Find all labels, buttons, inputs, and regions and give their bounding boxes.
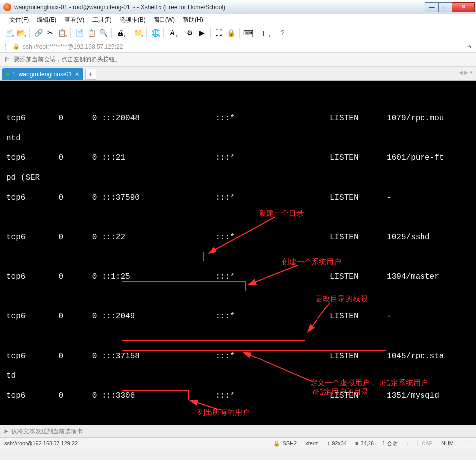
find-button[interactable]: 🔍	[98, 27, 108, 38]
session-tab[interactable]: 1 wangruifenglinux-01 ✕	[2, 68, 83, 80]
status-bar: ssh://root@192.168.57.129:22 🔒SSH2 xterm…	[0, 438, 476, 449]
highlight-box	[122, 281, 246, 291]
window-controls: — □ ✕	[425, 2, 475, 12]
menu-edit[interactable]: 编辑(E)	[33, 14, 60, 26]
status-protocol: 🔒SSH2	[269, 440, 301, 447]
properties-button[interactable]: 📋	[56, 27, 67, 38]
window-titlebar: wangruifenglinux-01 - root@wangruifeng-0…	[0, 0, 476, 14]
window-title: wangruifenglinux-01 - root@wangruifeng-0…	[14, 4, 425, 11]
terminal-line: td	[6, 371, 474, 381]
terminal-line	[6, 410, 474, 420]
run-button[interactable]: ▶	[196, 27, 207, 38]
keyboard-button[interactable]: ⌨	[243, 27, 254, 38]
tab-list-button[interactable]: ▾	[470, 69, 473, 76]
address-bar: ⋮ 🔒 ssh://root:********@192.168.57.129:2…	[0, 40, 476, 53]
status-connection: ssh://root@192.168.57.129:22	[4, 440, 269, 446]
menu-tools[interactable]: 工具(T)	[88, 14, 115, 26]
toolbar-separator	[163, 28, 164, 38]
hint-text: 要添加当前会话，点击左侧的箭头按钮。	[14, 55, 121, 64]
hint-bar: 🏳 要添加当前会话，点击左侧的箭头按钮。	[0, 53, 476, 67]
menubar: 文件(F) 编辑(E) 查看(V) 工具(T) 选项卡(B) 窗口(W) 帮助(…	[0, 14, 476, 25]
terminal-line: tcp6 0 0 :::37158 :::* LISTEN 1045/rpc.s…	[6, 351, 474, 361]
fullscreen-button[interactable]: ⛶	[213, 27, 224, 38]
toolbar-separator	[111, 28, 112, 38]
transfer-button[interactable]: 📁	[132, 27, 143, 38]
disconnect-button[interactable]: ✂	[45, 27, 55, 38]
terminal-line: ntd	[6, 133, 474, 143]
reconnect-button[interactable]: 🔗	[33, 27, 44, 38]
svg-line-4	[190, 400, 221, 410]
status-cap: CAP	[417, 440, 437, 446]
terminal-line: tcp6 0 0 :::22 :::* LISTEN 1025/sshd	[6, 232, 474, 242]
terminal-line	[6, 292, 474, 302]
status-dot-icon	[6, 73, 9, 76]
menu-view[interactable]: 查看(V)	[60, 14, 88, 26]
tab-next-button[interactable]: ▶	[464, 69, 468, 76]
resize-grip-icon[interactable]: ⋰	[458, 440, 472, 447]
tab-close-button[interactable]: ✕	[75, 71, 79, 78]
toolbar-separator	[210, 28, 211, 38]
paste-button[interactable]: 📋	[86, 27, 97, 38]
terminal-line: tcp6 0 0 :::20048 :::* LISTEN 1079/rpc.m…	[6, 113, 474, 123]
lock-icon: 🔒	[273, 440, 280, 447]
toolbar-separator	[257, 28, 257, 38]
tab-index: 1	[12, 71, 16, 78]
layout-button[interactable]: ▦	[260, 27, 271, 38]
send-icon: ➤	[3, 428, 8, 435]
toolbar-separator	[181, 28, 181, 38]
window-close-button[interactable]: ✕	[452, 2, 475, 12]
terminal-line: tcp6 0 0 :::3306 :::* LISTEN 1351/mysqld	[6, 391, 474, 401]
terminal-line: tcp6 0 0 ::1:25 :::* LISTEN 1394/master	[6, 272, 474, 282]
highlight-box	[122, 341, 386, 351]
tab-nav: ◀ ▶ ▾	[459, 69, 473, 76]
terminal-line: tcp6 0 0 :::2049 :::* LISTEN -	[6, 311, 474, 321]
window-maximize-button[interactable]: □	[438, 2, 452, 12]
input-bar[interactable]: ➤ 仅将文本发送到当前选项卡	[0, 425, 476, 438]
new-session-button[interactable]: 📄	[3, 27, 14, 38]
menu-help[interactable]: 帮助(H)	[179, 14, 207, 26]
terminal-line	[6, 212, 474, 222]
terminal-line: tcp6 0 0 :::37590 :::* LISTEN -	[6, 193, 474, 203]
address-go-button[interactable]: ➔	[465, 42, 474, 51]
web-button[interactable]: 🌐	[150, 27, 160, 38]
tab-label: wangruifenglinux-01	[19, 71, 72, 78]
toolbar-separator	[146, 28, 147, 38]
bookmark-icon[interactable]: 🏳	[4, 56, 11, 63]
toolbar-separator	[274, 28, 274, 38]
terminal[interactable]: tcp6 0 0 :::20048 :::* LISTEN 1079/rpc.m…	[0, 81, 476, 425]
toolbar-separator	[29, 28, 30, 38]
open-button[interactable]: 📂	[15, 27, 26, 38]
menu-file[interactable]: 文件(F)	[5, 14, 33, 26]
menu-tabs[interactable]: 选项卡(B)	[116, 14, 150, 26]
lock-button[interactable]: 🔒	[225, 27, 236, 38]
terminal-line: tcp6 0 0 :::21 :::* LISTEN 1601/pure-ft	[6, 153, 474, 163]
address-text[interactable]: ssh://root:********@192.168.57.129:22	[23, 43, 462, 50]
terminal-line: pd (SER	[6, 173, 474, 183]
toolbar-separator	[70, 28, 71, 38]
app-icon	[3, 3, 11, 11]
menu-window[interactable]: 窗口(W)	[150, 14, 179, 26]
toolbar: 📄 📂 🔗 ✂ 📋 📄 📋 🔍 🖨 📁 🌐 A ⚙ ▶ ⛶ 🔒 ⌨ ▦ ?	[0, 25, 476, 40]
toolbar-separator	[239, 28, 240, 38]
toolbar-separator	[129, 28, 129, 38]
window-minimize-button[interactable]: —	[425, 2, 439, 12]
copy-button[interactable]: 📄	[74, 27, 85, 38]
lock-icon: 🔒	[13, 43, 20, 50]
input-placeholder: 仅将文本发送到当前选项卡	[11, 427, 83, 436]
status-updown-icon: ↑ ↓	[402, 440, 417, 446]
font-button[interactable]: A	[167, 27, 178, 38]
print-button[interactable]: 🖨	[115, 27, 126, 38]
help-button[interactable]: ?	[277, 27, 288, 38]
status-num: NUM	[437, 440, 458, 446]
terminal-line	[6, 331, 474, 341]
terminal-line	[6, 252, 474, 262]
status-position: ≡ 34,26	[351, 440, 378, 446]
new-tab-button[interactable]: +	[85, 69, 96, 80]
tab-prev-button[interactable]: ◀	[459, 69, 463, 76]
tab-bar: 1 wangruifenglinux-01 ✕ + ◀ ▶ ▾	[0, 67, 476, 81]
status-term: xterm	[301, 440, 323, 446]
status-sessions: 1 会话	[378, 440, 402, 447]
grip-icon: ⋮	[2, 43, 10, 51]
status-size: ↕ 92x34	[323, 440, 351, 446]
script-button[interactable]: ⚙	[184, 27, 195, 38]
